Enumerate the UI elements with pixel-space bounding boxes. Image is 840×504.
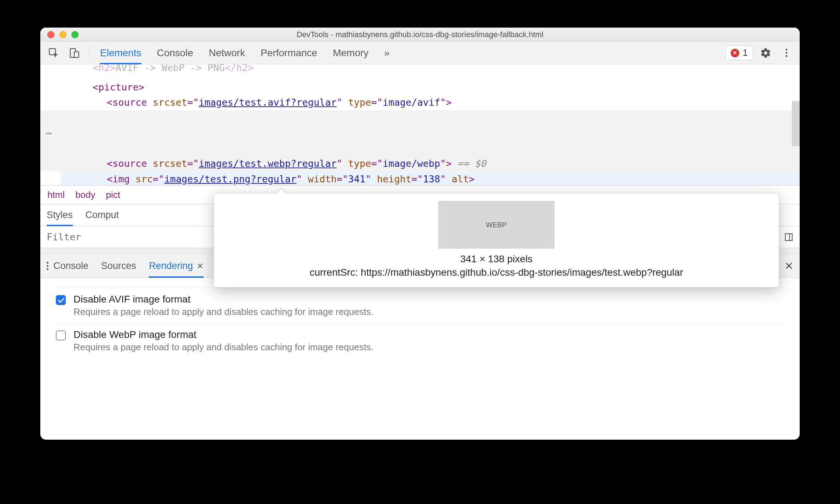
tab-label: Memory xyxy=(333,47,368,59)
checkbox-disable-avif[interactable] xyxy=(56,295,66,305)
option-description: Requires a page reload to apply and disa… xyxy=(74,306,373,317)
device-toolbar-icon[interactable] xyxy=(66,45,82,61)
rendering-panel: Disable AVIF image format Requires a pag… xyxy=(40,278,800,368)
tab-console[interactable]: Console xyxy=(157,42,193,64)
expand-dots-icon[interactable]: ⋯ xyxy=(46,125,52,141)
styles-tab-computed[interactable]: Comput xyxy=(86,204,119,226)
error-count: 1 xyxy=(743,47,748,58)
attr-value: 138 xyxy=(423,174,440,184)
dom-line-selected[interactable]: <img src="images/test.png?regular" width… xyxy=(61,171,800,186)
breadcrumb-item[interactable]: pict xyxy=(106,189,120,200)
elements-dom-tree[interactable]: <h2>AVIF -> WebP -> PNG</h2> <picture> <… xyxy=(40,64,800,185)
attr-value: image/webp xyxy=(383,158,440,169)
checkbox-disable-webp[interactable] xyxy=(56,330,66,340)
dom-line[interactable]: <source srcset="images/test.avif?regular… xyxy=(61,95,800,110)
tab-performance[interactable]: Performance xyxy=(261,42,317,64)
main-toolbar: Elements Console Network Performance Mem… xyxy=(40,42,800,64)
close-drawer-icon[interactable]: ✕ xyxy=(784,260,793,272)
styles-pane-menu-icon[interactable] xyxy=(784,233,793,242)
tab-network[interactable]: Network xyxy=(209,42,245,64)
window-title: DevTools - mathiasbynens.github.io/css-d… xyxy=(40,30,800,39)
attr-value: 341 xyxy=(348,174,366,184)
attr-value[interactable]: images/test.webp?regular xyxy=(199,158,337,169)
tab-label: Comput xyxy=(86,210,119,221)
tab-memory[interactable]: Memory xyxy=(333,42,368,64)
error-icon: ✕ xyxy=(731,49,739,57)
tab-label: Rendering xyxy=(149,260,193,271)
thumb-label: WEBP xyxy=(486,221,507,229)
titlebar: DevTools - mathiasbynens.github.io/css-d… xyxy=(40,28,800,42)
attr-value[interactable]: images/test.png?regular xyxy=(164,174,297,184)
drawer-tab-sources[interactable]: Sources xyxy=(101,254,136,277)
styles-tab-styles[interactable]: Styles xyxy=(47,204,73,226)
svg-rect-3 xyxy=(785,234,792,241)
option-title: Disable AVIF image format xyxy=(74,294,373,305)
dom-line[interactable]: <picture> xyxy=(61,80,800,95)
drawer-tab-console[interactable]: Console xyxy=(53,254,88,277)
image-dimensions: 341 × 138 pixels xyxy=(227,253,766,265)
panel-tabs: Elements Console Network Performance Mem… xyxy=(97,42,390,64)
option-description: Requires a page reload to apply and disa… xyxy=(74,342,373,353)
rendering-option: Disable AVIF image format Requires a pag… xyxy=(56,288,784,323)
image-preview-popover: WEBP 341 × 138 pixels currentSrc: https:… xyxy=(214,193,779,288)
breadcrumb-item[interactable]: body xyxy=(75,189,95,200)
tab-label: Styles xyxy=(47,210,73,221)
tab-label: Network xyxy=(209,47,245,59)
rendering-option: Disable WebP image format Requires a pag… xyxy=(56,323,784,358)
drawer-menu-icon[interactable] xyxy=(47,258,48,274)
error-badge[interactable]: ✕ 1 xyxy=(725,46,753,60)
more-menu-icon[interactable] xyxy=(778,45,794,61)
dom-line[interactable]: <h2>AVIF -> WebP -> PNG</h2> xyxy=(61,64,800,75)
image-current-src: currentSrc: https://mathiasbynens.github… xyxy=(227,267,766,278)
overflow-glyph: » xyxy=(384,47,390,59)
scrollbar[interactable] xyxy=(792,101,800,146)
attr-value: image/avif xyxy=(383,97,440,108)
dom-line-hovered[interactable]: <source srcset="images/test.webp?regular… xyxy=(61,156,800,171)
tab-label: Performance xyxy=(261,47,317,59)
tabs-overflow-button[interactable]: » xyxy=(384,42,390,64)
selected-marker: == $0 xyxy=(457,158,486,169)
divider xyxy=(89,46,89,60)
breadcrumb-item[interactable]: html xyxy=(47,189,65,200)
image-thumbnail: WEBP xyxy=(438,201,554,248)
settings-icon[interactable] xyxy=(758,45,774,61)
svg-rect-2 xyxy=(74,52,79,57)
devtools-window: DevTools - mathiasbynens.github.io/css-d… xyxy=(40,28,800,440)
tab-label: Console xyxy=(53,260,88,271)
inspect-element-icon[interactable] xyxy=(46,45,62,61)
tab-label: Elements xyxy=(100,47,141,59)
tab-label: Console xyxy=(157,47,193,59)
tab-label: Sources xyxy=(101,260,136,271)
drawer-tab-rendering[interactable]: Rendering✕ xyxy=(149,254,204,277)
close-tab-icon[interactable]: ✕ xyxy=(197,261,204,271)
option-title: Disable WebP image format xyxy=(74,329,373,340)
attr-value[interactable]: images/test.avif?regular xyxy=(199,97,337,108)
tab-elements[interactable]: Elements xyxy=(100,42,141,64)
